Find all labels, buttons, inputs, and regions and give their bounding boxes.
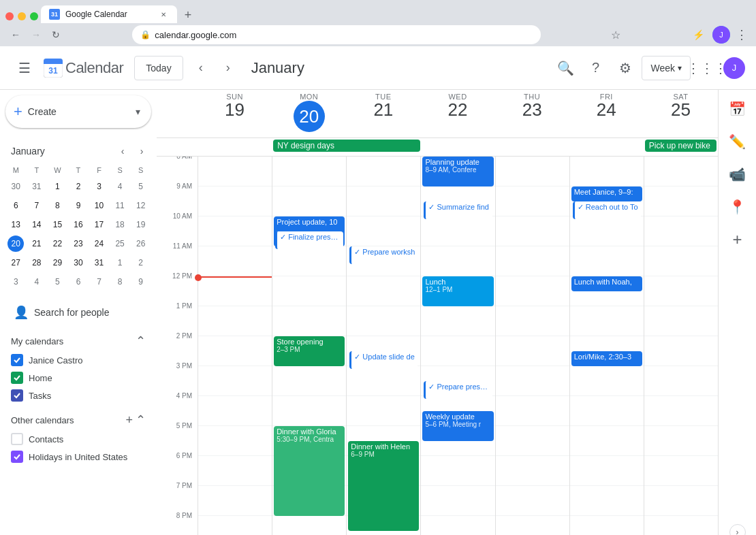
calendar-item-holidays[interactable]: Holidays in United States	[5, 448, 151, 466]
traffic-light-yellow[interactable]	[18, 12, 26, 20]
mini-day[interactable]: 1	[47, 177, 68, 196]
apps-grid-button[interactable]: ⋮⋮⋮	[693, 54, 721, 82]
right-sidebar-maps-icon[interactable]: 📍	[724, 193, 751, 221]
mini-day[interactable]: 25	[110, 234, 131, 253]
mini-day[interactable]: 12	[130, 196, 151, 215]
right-sidebar-add-button[interactable]: +	[724, 226, 751, 253]
back-button[interactable]: ←	[8, 29, 23, 40]
forward-button[interactable]: →	[29, 29, 44, 40]
home-checkbox[interactable]	[11, 372, 23, 384]
mini-day[interactable]: 15	[47, 215, 68, 234]
mini-day[interactable]: 4	[27, 272, 48, 291]
mini-day[interactable]: 31	[27, 177, 48, 196]
my-calendars-header[interactable]: My calendars ⌃	[5, 331, 151, 351]
calendar-item-tasks[interactable]: Tasks	[5, 387, 151, 404]
mini-day[interactable]: 16	[68, 215, 89, 234]
mini-day[interactable]: 13	[5, 215, 27, 234]
traffic-light-green[interactable]	[30, 12, 38, 20]
event-weekly-update[interactable]: Weekly update 5–6 PM, Meeting r	[422, 411, 493, 441]
mini-day[interactable]: 24	[89, 234, 110, 253]
mini-day[interactable]: 8	[47, 196, 68, 215]
hamburger-button[interactable]: ☰	[11, 54, 38, 82]
mini-day-today[interactable]: 20	[5, 234, 27, 253]
mini-day[interactable]: 30	[5, 177, 27, 196]
extensions-icon[interactable]: ⚡	[690, 29, 707, 40]
day-header-mon[interactable]: MON 20	[272, 90, 346, 137]
mini-day[interactable]: 31	[89, 253, 110, 272]
search-people-input[interactable]	[34, 307, 143, 318]
mini-cal-next[interactable]: ›	[132, 142, 151, 161]
mini-day[interactable]: 19	[130, 215, 151, 234]
event-reach-out[interactable]: ✓ Reach out to To	[573, 201, 641, 219]
event-lunch-noah[interactable]: Lunch with Noah,	[571, 276, 642, 291]
help-button[interactable]: ?	[582, 54, 609, 82]
today-button[interactable]: Today	[134, 56, 183, 80]
mini-day[interactable]: 2	[68, 177, 89, 196]
day-header-wed[interactable]: WED 22	[420, 90, 494, 137]
mini-day[interactable]: 14	[27, 215, 48, 234]
mini-day[interactable]: 7	[27, 196, 48, 215]
mini-day[interactable]: 5	[130, 177, 151, 196]
mini-day[interactable]: 22	[47, 234, 68, 253]
mini-day[interactable]: 21	[27, 234, 48, 253]
settings-button[interactable]: ⚙	[612, 54, 639, 82]
event-prepare-present[interactable]: ✓ Prepare present	[424, 381, 492, 399]
day-header-fri[interactable]: FRI 24	[569, 90, 644, 137]
search-button[interactable]: 🔍	[552, 54, 579, 82]
search-people-bar[interactable]: 👤	[5, 299, 151, 325]
mini-day[interactable]: 17	[89, 215, 110, 234]
close-tab-icon[interactable]: ✕	[158, 9, 169, 20]
mini-day[interactable]: 7	[89, 272, 110, 291]
mini-day[interactable]: 2	[130, 253, 151, 272]
calendar-item-home[interactable]: Home	[5, 369, 151, 387]
user-profile-browser[interactable]: J	[712, 26, 730, 44]
mini-day[interactable]: 1	[110, 253, 131, 272]
event-update-slide[interactable]: ✓ Update slide de	[349, 351, 418, 369]
day-header-tue[interactable]: TUE 21	[346, 90, 420, 137]
pick-up-bike-event[interactable]: Pick up new bike	[645, 140, 716, 152]
event-planning-update[interactable]: Planning update 8–9 AM, Confere	[422, 157, 493, 187]
right-sidebar-calendar-icon[interactable]: 📅	[724, 95, 751, 123]
event-prepare-workshop[interactable]: ✓ Prepare worksh	[349, 246, 418, 264]
mini-day[interactable]: 9	[68, 196, 89, 215]
right-sidebar-meet-icon[interactable]: 📹	[724, 161, 751, 188]
event-store-opening[interactable]: Store opening 2–3 PM	[274, 336, 345, 366]
mini-day[interactable]: 8	[110, 272, 131, 291]
day-header-thu[interactable]: THU 23	[495, 90, 569, 137]
mini-day[interactable]: 3	[5, 272, 27, 291]
mini-day[interactable]: 3	[89, 177, 110, 196]
mini-day[interactable]: 30	[68, 253, 89, 272]
next-button[interactable]: ›	[216, 56, 240, 80]
create-button[interactable]: + Create ▾	[5, 95, 151, 128]
new-tab-button[interactable]: +	[180, 7, 196, 23]
browser-menu-icon[interactable]: ⋮	[736, 27, 748, 42]
mini-day[interactable]: 28	[27, 253, 48, 272]
right-sidebar-expand[interactable]: ›	[729, 524, 746, 535]
calendar-item-janice[interactable]: Janice Castro	[5, 351, 151, 369]
mini-day[interactable]: 26	[130, 234, 151, 253]
event-summarize-find[interactable]: ✓ Summarize find	[424, 201, 492, 219]
mini-day[interactable]: 29	[47, 253, 68, 272]
event-dinner-helen[interactable]: Dinner with Helen 6–9 PM	[348, 441, 419, 531]
mini-day[interactable]: 5	[47, 272, 68, 291]
address-bar[interactable]: 🔒 calendar.google.com	[132, 25, 541, 44]
tasks-checkbox[interactable]	[11, 389, 23, 402]
holidays-checkbox[interactable]	[11, 451, 23, 463]
traffic-light-red[interactable]	[5, 12, 14, 20]
mini-day[interactable]: 27	[5, 253, 27, 272]
calendar-item-contacts[interactable]: Contacts	[5, 430, 151, 448]
contacts-checkbox[interactable]	[11, 433, 23, 445]
event-finalize-present[interactable]: ✓ Finalize present	[275, 231, 343, 249]
event-lori-mike[interactable]: Lori/Mike, 2:30–3	[571, 351, 642, 366]
mini-day[interactable]: 6	[68, 272, 89, 291]
mini-day[interactable]: 6	[5, 196, 27, 215]
day-header-sat[interactable]: SAT 25	[644, 90, 718, 137]
refresh-button[interactable]: ↻	[49, 29, 63, 40]
view-selector[interactable]: Week ▾	[642, 56, 691, 80]
event-lunch[interactable]: Lunch 12–1 PM	[422, 276, 493, 306]
mini-day[interactable]: 10	[89, 196, 110, 215]
other-calendars-add-icon[interactable]: +	[125, 413, 133, 427]
mini-cal-prev[interactable]: ‹	[113, 142, 132, 161]
prev-button[interactable]: ‹	[189, 56, 213, 80]
event-meet-janice[interactable]: Meet Janice, 9–9:	[571, 187, 642, 201]
